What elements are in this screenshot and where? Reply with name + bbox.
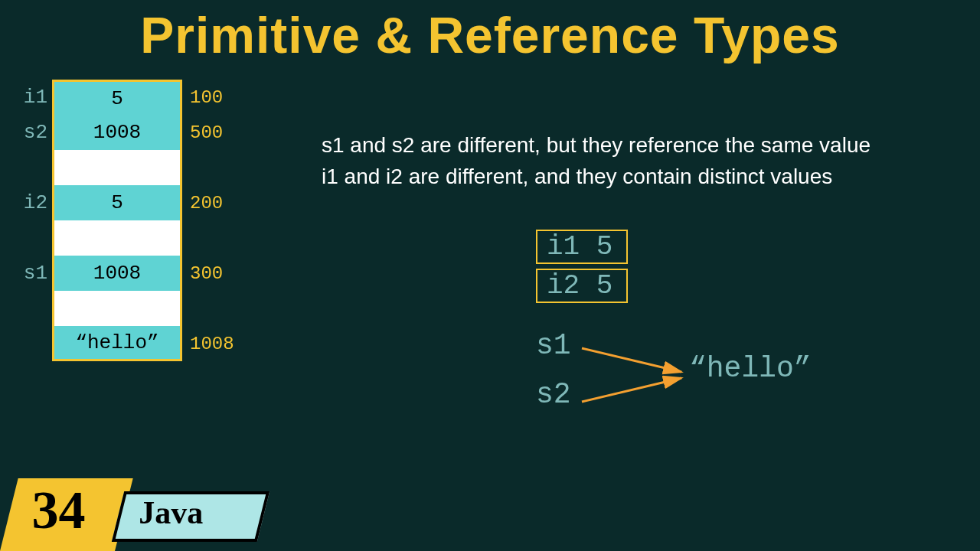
memory-address: 300 (182, 263, 236, 284)
memory-row: i15100 (17, 80, 247, 115)
memory-row: s11008300 (17, 256, 247, 291)
memory-var-label: s2 (17, 121, 52, 144)
language-badge: Java (112, 491, 270, 542)
memory-address: 200 (182, 193, 236, 214)
ref-s2-label: s2 (536, 378, 571, 411)
memory-cell (52, 291, 182, 326)
page-title: Primitive & Reference Types (0, 0, 980, 64)
memory-cell (52, 150, 182, 185)
memory-table: i15100s21008500i25200s11008300“hello”100… (17, 80, 247, 361)
memory-row: “hello”1008 (17, 326, 247, 361)
memory-var-label: i1 (17, 86, 52, 109)
memory-row (17, 220, 247, 256)
memory-cell: 1008 (52, 256, 182, 291)
box-i2: i2 5 (536, 269, 628, 303)
memory-address: 1008 (182, 334, 236, 354)
memory-cell: 1008 (52, 115, 182, 150)
primitive-boxes: i1 5 i2 5 (536, 230, 628, 308)
memory-address: 100 (182, 87, 236, 108)
memory-var-label: s1 (17, 262, 52, 285)
memory-cell: 5 (52, 185, 182, 220)
memory-address: 500 (182, 122, 236, 143)
memory-cell: 5 (52, 80, 182, 115)
memory-var-label: i2 (17, 191, 52, 214)
reference-arrows (574, 329, 727, 436)
memory-cell: “hello” (52, 326, 182, 361)
explain-line-1: s1 and s2 are different, but they refere… (322, 130, 871, 161)
svg-line-1 (582, 378, 681, 402)
explain-line-2: i1 and i2 are different, and they contai… (322, 161, 871, 193)
svg-line-0 (582, 348, 681, 372)
memory-cell (52, 220, 182, 256)
memory-row: i25200 (17, 185, 247, 220)
box-i1: i1 5 (536, 230, 628, 264)
episode-number: 34 (10, 478, 125, 541)
memory-row: s21008500 (17, 115, 247, 150)
language-label: Java (122, 494, 261, 531)
ref-s1-label: s1 (536, 329, 571, 362)
memory-row (17, 150, 247, 185)
memory-row (17, 291, 247, 326)
explanation-text: s1 and s2 are different, but they refere… (322, 130, 871, 192)
